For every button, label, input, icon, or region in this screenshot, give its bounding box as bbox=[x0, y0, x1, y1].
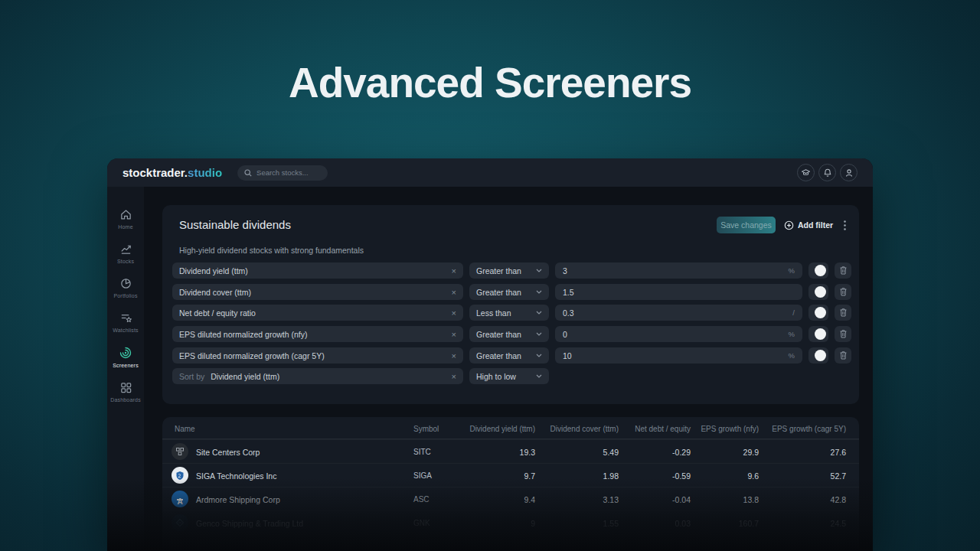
net-debt-equity-value: -0.59 bbox=[672, 471, 691, 481]
metric-field[interactable]: Net debt / equity ratio × bbox=[172, 305, 463, 321]
toggle-knob bbox=[815, 286, 826, 298]
site-centers-logo bbox=[172, 443, 188, 460]
brand-primary: stocktrader. bbox=[122, 166, 188, 179]
chevron-down-icon bbox=[536, 374, 542, 378]
filter-row: EPS diluted normalized growth (cagr 5Y) … bbox=[172, 347, 851, 364]
table-row[interactable]: Genco Shipping & Trading Ltd GNK 9 1.55 … bbox=[162, 510, 859, 534]
dividend-cover-value: 1.98 bbox=[603, 471, 619, 481]
sort-field[interactable]: Sort by Dividend yield (ttm) × bbox=[172, 368, 463, 384]
value-unit: % bbox=[789, 330, 795, 338]
filter-row: Dividend cover (ttm) × Greater than 1.5 bbox=[172, 284, 851, 300]
eps-growth-nfy-value: 160.7 bbox=[739, 519, 759, 528]
metric-label: Dividend cover (ttm) bbox=[179, 288, 452, 297]
sidebar-item-portfolios[interactable]: Portfolios bbox=[107, 276, 144, 300]
operator-select[interactable]: Greater than bbox=[469, 347, 549, 364]
column-header-net-debt: Net debt / equity bbox=[635, 425, 691, 433]
company-name: Site Centers Corp bbox=[196, 448, 260, 457]
search-box[interactable] bbox=[237, 165, 328, 181]
net-debt-equity-value: 0.03 bbox=[675, 519, 691, 528]
operator-select[interactable]: Greater than bbox=[469, 284, 549, 300]
more-options-button[interactable] bbox=[839, 217, 850, 233]
table-row[interactable]: A Ardmore Shipping Corp ASC 9.4 3.13 -0.… bbox=[162, 487, 859, 510]
add-filter-button[interactable]: Add filter bbox=[784, 217, 833, 233]
home-icon bbox=[119, 208, 132, 221]
operator-select[interactable]: Greater than bbox=[469, 262, 549, 279]
brand-accent: studio bbox=[188, 166, 222, 179]
delete-filter-button[interactable] bbox=[835, 284, 851, 300]
operator-label: Greater than bbox=[476, 330, 521, 339]
value-input[interactable]: 10 % bbox=[555, 347, 802, 364]
chevron-down-icon bbox=[536, 311, 542, 315]
delete-filter-button[interactable] bbox=[835, 305, 851, 321]
trash-icon bbox=[840, 288, 847, 296]
enable-toggle[interactable] bbox=[808, 305, 828, 321]
table-header: Name Symbol Dividend yield (ttm) Dividen… bbox=[162, 417, 859, 439]
dividend-yield-value: 19.3 bbox=[520, 448, 535, 457]
metric-field[interactable]: Dividend cover (ttm) × bbox=[172, 284, 463, 300]
enable-toggle[interactable] bbox=[808, 326, 828, 342]
operator-select[interactable]: Less than bbox=[469, 305, 549, 321]
operator-label: Less than bbox=[476, 308, 511, 318]
enable-toggle[interactable] bbox=[808, 284, 828, 300]
ticker-symbol: SITC bbox=[413, 448, 431, 456]
eps-growth-nfy-value: 13.8 bbox=[743, 495, 759, 504]
sidebar-item-dashboards[interactable]: Dashboards bbox=[107, 380, 144, 404]
ticker-symbol: GNK bbox=[413, 519, 430, 527]
ticker-symbol: SIGA bbox=[413, 471, 432, 480]
sidebar-item-label: Portfolios bbox=[113, 293, 137, 298]
profile-button[interactable] bbox=[840, 164, 858, 181]
operator-select[interactable]: Greater than bbox=[469, 326, 549, 342]
eps-growth-cagr-value: 24.5 bbox=[831, 519, 846, 528]
sort-direction-select[interactable]: High to low bbox=[469, 368, 549, 384]
table-row[interactable]: SIGA Technologies Inc SIGA 9.7 1.98 -0.5… bbox=[162, 463, 859, 487]
clear-metric-icon[interactable]: × bbox=[452, 351, 456, 360]
clear-metric-icon[interactable]: × bbox=[452, 288, 456, 297]
delete-filter-button[interactable] bbox=[835, 326, 851, 342]
value-input[interactable]: 0.3 / bbox=[555, 305, 802, 321]
enable-toggle[interactable] bbox=[808, 262, 828, 279]
value-input[interactable]: 1.5 bbox=[555, 284, 802, 300]
kebab-menu-icon bbox=[844, 220, 846, 230]
sidebar-item-label: Stocks bbox=[117, 259, 134, 264]
screener-target-icon bbox=[119, 346, 132, 360]
clear-sort-icon[interactable]: × bbox=[452, 372, 456, 381]
delete-filter-button[interactable] bbox=[835, 262, 851, 279]
delete-filter-button[interactable] bbox=[835, 347, 851, 364]
clear-metric-icon[interactable]: × bbox=[452, 330, 456, 339]
trash-icon bbox=[840, 351, 847, 360]
clear-metric-icon[interactable]: × bbox=[452, 266, 456, 276]
value-input[interactable]: 3 % bbox=[555, 262, 802, 279]
chevron-down-icon bbox=[536, 290, 542, 294]
table-row[interactable]: Site Centers Corp SITC 19.3 5.49 -0.29 2… bbox=[162, 439, 859, 463]
sidebar-item-watchlists[interactable]: Watchlists bbox=[107, 310, 144, 334]
sidebar-item-screeners[interactable]: Screeners bbox=[107, 344, 144, 370]
value-input[interactable]: 0 % bbox=[555, 326, 802, 342]
eps-growth-cagr-value: 52.7 bbox=[831, 471, 846, 481]
operator-label: Greater than bbox=[476, 288, 521, 297]
plus-circle-icon bbox=[784, 220, 794, 230]
value-unit: / bbox=[792, 308, 795, 317]
education-button[interactable] bbox=[797, 164, 815, 181]
sidebar-item-home[interactable]: Home bbox=[107, 207, 144, 231]
sidebar-item-stocks[interactable]: Stocks bbox=[107, 241, 144, 266]
toggle-knob bbox=[815, 265, 826, 276]
enable-toggle[interactable] bbox=[808, 347, 828, 364]
line-chart-icon bbox=[119, 243, 132, 256]
search-input[interactable] bbox=[256, 168, 321, 177]
metric-field[interactable]: EPS diluted normalized growth (nfy) × bbox=[172, 326, 463, 342]
metric-field[interactable]: EPS diluted normalized growth (cagr 5Y) … bbox=[172, 347, 463, 364]
column-header-eps-nfy: EPS growth (nfy) bbox=[701, 425, 759, 433]
search-icon bbox=[244, 169, 252, 177]
notifications-button[interactable] bbox=[818, 164, 836, 181]
metric-field[interactable]: Dividend yield (ttm) × bbox=[172, 262, 463, 279]
screener-title: Sustainable dividends bbox=[179, 218, 291, 231]
app-logo[interactable]: stocktrader.studio bbox=[122, 166, 222, 179]
sort-by-label: Sort by bbox=[179, 372, 204, 381]
sort-metric-label: Dividend yield (ttm) bbox=[211, 372, 451, 381]
metric-label: Dividend yield (ttm) bbox=[179, 266, 452, 276]
list-star-icon bbox=[119, 311, 132, 324]
save-changes-button[interactable]: Save changes bbox=[717, 217, 776, 233]
clear-metric-icon[interactable]: × bbox=[452, 308, 456, 318]
siga-logo bbox=[172, 467, 188, 484]
value-text: 3 bbox=[563, 266, 789, 276]
